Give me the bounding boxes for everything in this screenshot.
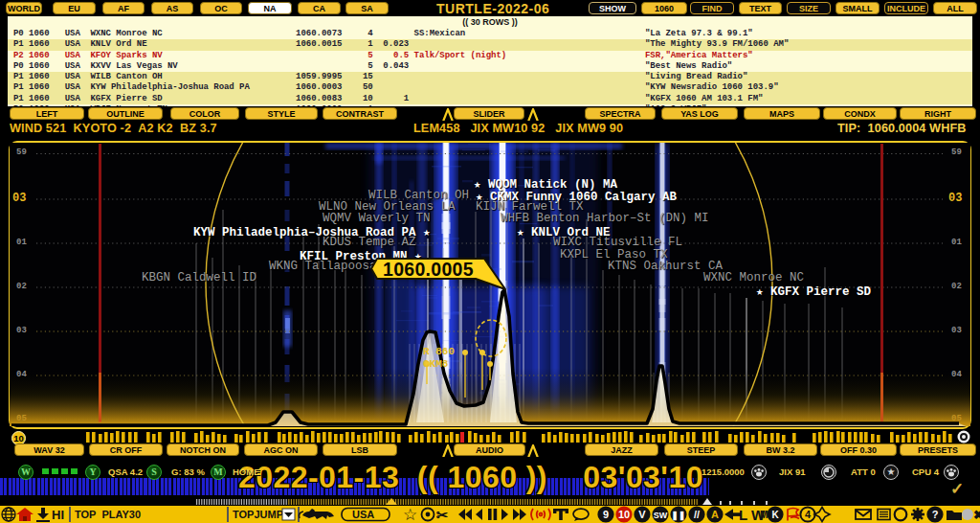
svg-text://: //	[694, 509, 700, 520]
svg-text:M: M	[760, 510, 768, 520]
svg-text:4: 4	[805, 509, 812, 520]
svg-text:K: K	[771, 510, 779, 520]
svg-text:1060.0005: 1060.0005	[383, 259, 474, 280]
svg-text:?: ?	[932, 509, 939, 520]
svg-text:✖: ✖	[973, 508, 980, 522]
svg-text:HI: HI	[52, 508, 64, 522]
svg-text:✂: ✂	[436, 507, 449, 523]
svg-text:TOP PLAY30: TOP PLAY30	[75, 509, 141, 520]
svg-text:TOPJUMP: TOPJUMP	[233, 509, 283, 520]
svg-text:R 860: R 860	[423, 346, 455, 357]
svg-text:V: V	[638, 509, 646, 520]
svg-text:9: 9	[603, 509, 609, 520]
svg-text:❚❚: ❚❚	[671, 511, 685, 521]
svg-text:☆: ☆	[403, 506, 417, 523]
svg-text:CKM8: CKM8	[423, 358, 449, 370]
svg-text:10: 10	[618, 509, 630, 520]
svg-text:USA: USA	[352, 509, 374, 520]
svg-text:SW: SW	[654, 511, 668, 520]
svg-text:A: A	[711, 509, 719, 520]
